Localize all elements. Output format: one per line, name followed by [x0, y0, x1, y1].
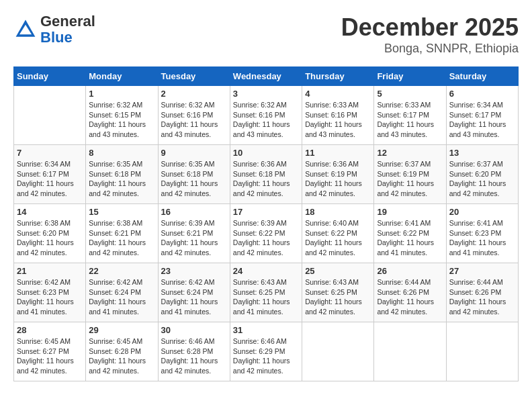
day-detail: Sunrise: 6:33 AM Sunset: 6:16 PM Dayligh…: [305, 100, 371, 140]
day-detail: Sunrise: 6:35 AM Sunset: 6:18 PM Dayligh…: [89, 159, 154, 199]
day-detail: Sunrise: 6:42 AM Sunset: 6:23 PM Dayligh…: [17, 277, 83, 317]
day-detail: Sunrise: 6:44 AM Sunset: 6:26 PM Dayligh…: [449, 277, 515, 317]
calendar-cell: [446, 322, 518, 381]
calendar-cell: 3Sunrise: 6:32 AM Sunset: 6:16 PM Daylig…: [230, 86, 302, 145]
day-detail: Sunrise: 6:35 AM Sunset: 6:18 PM Dayligh…: [161, 159, 227, 199]
calendar-cell: 16Sunrise: 6:39 AM Sunset: 6:21 PM Dayli…: [158, 204, 230, 263]
page-title: December 2025: [341, 13, 519, 42]
day-number: 31: [233, 325, 299, 335]
day-detail: Sunrise: 6:34 AM Sunset: 6:17 PM Dayligh…: [449, 100, 515, 140]
calendar-cell: 7Sunrise: 6:34 AM Sunset: 6:17 PM Daylig…: [14, 145, 86, 204]
day-detail: Sunrise: 6:33 AM Sunset: 6:17 PM Dayligh…: [377, 100, 443, 140]
calendar-cell: [302, 322, 374, 381]
logo-icon: [13, 17, 38, 42]
day-detail: Sunrise: 6:46 AM Sunset: 6:28 PM Dayligh…: [161, 336, 227, 376]
day-number: 25: [305, 266, 371, 276]
weekday-header: Thursday: [302, 67, 374, 86]
calendar-cell: 27Sunrise: 6:44 AM Sunset: 6:26 PM Dayli…: [446, 263, 518, 322]
day-number: 11: [305, 148, 371, 158]
day-number: 2: [161, 89, 227, 99]
day-detail: Sunrise: 6:45 AM Sunset: 6:28 PM Dayligh…: [89, 336, 154, 376]
calendar-cell: 14Sunrise: 6:38 AM Sunset: 6:20 PM Dayli…: [14, 204, 86, 263]
day-number: 28: [17, 325, 83, 335]
day-detail: Sunrise: 6:37 AM Sunset: 6:20 PM Dayligh…: [449, 159, 515, 199]
weekday-header: Monday: [86, 67, 158, 86]
day-number: 14: [17, 207, 83, 217]
calendar-cell: 22Sunrise: 6:42 AM Sunset: 6:24 PM Dayli…: [86, 263, 158, 322]
day-number: 29: [89, 325, 154, 335]
day-detail: Sunrise: 6:42 AM Sunset: 6:24 PM Dayligh…: [89, 277, 154, 317]
logo: General Blue: [13, 13, 95, 46]
day-detail: Sunrise: 6:36 AM Sunset: 6:18 PM Dayligh…: [233, 159, 299, 199]
day-number: 5: [377, 89, 443, 99]
day-detail: Sunrise: 6:42 AM Sunset: 6:24 PM Dayligh…: [161, 277, 227, 317]
calendar-table: SundayMondayTuesdayWednesdayThursdayFrid…: [13, 66, 519, 381]
day-number: 16: [161, 207, 227, 217]
weekday-header: Saturday: [446, 67, 518, 86]
day-detail: Sunrise: 6:39 AM Sunset: 6:22 PM Dayligh…: [233, 218, 299, 258]
day-detail: Sunrise: 6:44 AM Sunset: 6:26 PM Dayligh…: [377, 277, 443, 317]
day-number: 24: [233, 266, 299, 276]
weekday-header: Tuesday: [158, 67, 230, 86]
day-number: 23: [161, 266, 227, 276]
day-number: 20: [449, 207, 515, 217]
day-number: 22: [89, 266, 154, 276]
day-number: 26: [377, 266, 443, 276]
calendar-cell: 23Sunrise: 6:42 AM Sunset: 6:24 PM Dayli…: [158, 263, 230, 322]
day-detail: Sunrise: 6:43 AM Sunset: 6:25 PM Dayligh…: [305, 277, 371, 317]
weekday-header: Friday: [374, 67, 446, 86]
calendar-cell: 11Sunrise: 6:36 AM Sunset: 6:19 PM Dayli…: [302, 145, 374, 204]
day-detail: Sunrise: 6:38 AM Sunset: 6:20 PM Dayligh…: [17, 218, 83, 258]
calendar-cell: 1Sunrise: 6:32 AM Sunset: 6:15 PM Daylig…: [86, 86, 158, 145]
calendar-cell: 4Sunrise: 6:33 AM Sunset: 6:16 PM Daylig…: [302, 86, 374, 145]
calendar-cell: 26Sunrise: 6:44 AM Sunset: 6:26 PM Dayli…: [374, 263, 446, 322]
calendar-cell: 15Sunrise: 6:38 AM Sunset: 6:21 PM Dayli…: [86, 204, 158, 263]
day-number: 17: [233, 207, 299, 217]
day-detail: Sunrise: 6:43 AM Sunset: 6:25 PM Dayligh…: [233, 277, 299, 317]
day-number: 10: [233, 148, 299, 158]
day-detail: Sunrise: 6:46 AM Sunset: 6:29 PM Dayligh…: [233, 336, 299, 376]
day-number: 21: [17, 266, 83, 276]
calendar-cell: 31Sunrise: 6:46 AM Sunset: 6:29 PM Dayli…: [230, 322, 302, 381]
day-detail: Sunrise: 6:45 AM Sunset: 6:27 PM Dayligh…: [17, 336, 83, 376]
day-detail: Sunrise: 6:40 AM Sunset: 6:22 PM Dayligh…: [305, 218, 371, 258]
day-detail: Sunrise: 6:32 AM Sunset: 6:16 PM Dayligh…: [233, 100, 299, 140]
day-detail: Sunrise: 6:41 AM Sunset: 6:23 PM Dayligh…: [449, 218, 515, 258]
day-number: 18: [305, 207, 371, 217]
day-number: 19: [377, 207, 443, 217]
page-header: General Blue December 2025 Bonga, SNNPR,…: [13, 13, 519, 56]
calendar-week-row: 1Sunrise: 6:32 AM Sunset: 6:15 PM Daylig…: [14, 86, 519, 145]
day-number: 1: [89, 89, 154, 99]
day-detail: Sunrise: 6:34 AM Sunset: 6:17 PM Dayligh…: [17, 159, 83, 199]
day-detail: Sunrise: 6:32 AM Sunset: 6:15 PM Dayligh…: [89, 100, 154, 140]
calendar-cell: [14, 86, 86, 145]
calendar-cell: [374, 322, 446, 381]
day-detail: Sunrise: 6:32 AM Sunset: 6:16 PM Dayligh…: [161, 100, 227, 140]
day-number: 3: [233, 89, 299, 99]
day-number: 7: [17, 148, 83, 158]
calendar-cell: 12Sunrise: 6:37 AM Sunset: 6:19 PM Dayli…: [374, 145, 446, 204]
day-number: 6: [449, 89, 515, 99]
day-number: 15: [89, 207, 154, 217]
day-detail: Sunrise: 6:41 AM Sunset: 6:22 PM Dayligh…: [377, 218, 443, 258]
calendar-cell: 9Sunrise: 6:35 AM Sunset: 6:18 PM Daylig…: [158, 145, 230, 204]
weekday-header: Wednesday: [230, 67, 302, 86]
calendar-cell: 18Sunrise: 6:40 AM Sunset: 6:22 PM Dayli…: [302, 204, 374, 263]
calendar-cell: 5Sunrise: 6:33 AM Sunset: 6:17 PM Daylig…: [374, 86, 446, 145]
page-location: Bonga, SNNPR, Ethiopia: [341, 42, 519, 56]
day-number: 30: [161, 325, 227, 335]
day-number: 9: [161, 148, 227, 158]
day-detail: Sunrise: 6:37 AM Sunset: 6:19 PM Dayligh…: [377, 159, 443, 199]
day-number: 27: [449, 266, 515, 276]
calendar-cell: 29Sunrise: 6:45 AM Sunset: 6:28 PM Dayli…: [86, 322, 158, 381]
weekday-header: Sunday: [14, 67, 86, 86]
calendar-cell: 28Sunrise: 6:45 AM Sunset: 6:27 PM Dayli…: [14, 322, 86, 381]
calendar-cell: 13Sunrise: 6:37 AM Sunset: 6:20 PM Dayli…: [446, 145, 518, 204]
logo-text: General Blue: [40, 13, 95, 46]
calendar-week-row: 21Sunrise: 6:42 AM Sunset: 6:23 PM Dayli…: [14, 263, 519, 322]
calendar-week-row: 28Sunrise: 6:45 AM Sunset: 6:27 PM Dayli…: [14, 322, 519, 381]
day-number: 13: [449, 148, 515, 158]
calendar-cell: 20Sunrise: 6:41 AM Sunset: 6:23 PM Dayli…: [446, 204, 518, 263]
day-number: 12: [377, 148, 443, 158]
calendar-cell: 10Sunrise: 6:36 AM Sunset: 6:18 PM Dayli…: [230, 145, 302, 204]
